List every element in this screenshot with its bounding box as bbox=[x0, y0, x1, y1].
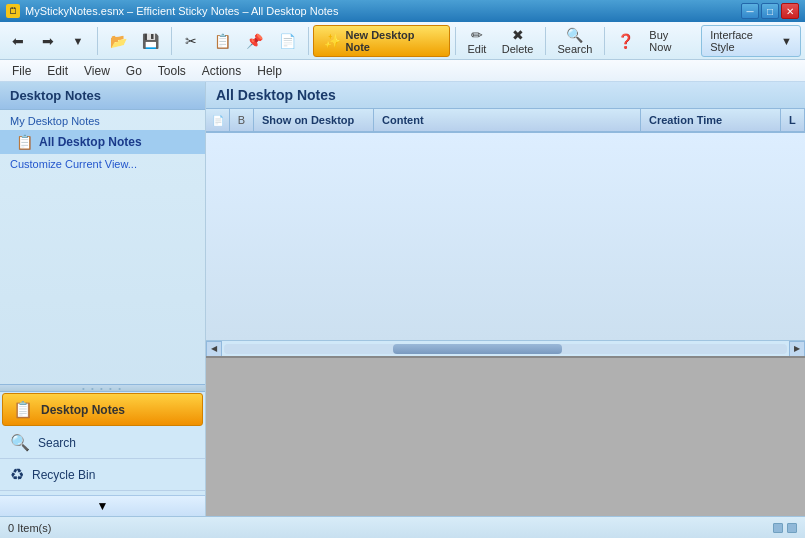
sidebar-title: Desktop Notes bbox=[0, 82, 205, 110]
separator-1 bbox=[97, 27, 98, 55]
all-notes-icon: 📋 bbox=[16, 134, 33, 150]
separator-5 bbox=[545, 27, 546, 55]
sidebar-resize-handle[interactable]: • • • • • bbox=[0, 384, 205, 392]
maximize-button[interactable]: □ bbox=[761, 3, 779, 19]
th-last-col[interactable]: L bbox=[781, 109, 805, 131]
th-content[interactable]: Content bbox=[374, 109, 641, 131]
open-icon: 📂 bbox=[110, 33, 127, 49]
interface-label: Interface Style bbox=[710, 29, 778, 53]
paste-button[interactable]: 📌 bbox=[239, 25, 270, 57]
th-creation-time[interactable]: Creation Time bbox=[641, 109, 781, 131]
forward-icon: ➡ bbox=[42, 33, 54, 49]
content-header: All Desktop Notes bbox=[206, 82, 805, 109]
copy-icon: 📋 bbox=[214, 33, 231, 49]
properties-icon: 📄 bbox=[279, 33, 296, 49]
new-note-icon: ✨ bbox=[324, 33, 341, 49]
sidebar-dropdown-button[interactable]: ▼ bbox=[0, 495, 205, 516]
table-container: 📄 B Show on Desktop Content Creation Tim… bbox=[206, 109, 805, 356]
menu-tools[interactable]: Tools bbox=[150, 62, 194, 80]
new-desktop-note-button[interactable]: ✨ New Desktop Note bbox=[313, 25, 449, 57]
buynow-button[interactable]: Buy Now bbox=[642, 25, 699, 57]
copy-button[interactable]: 📋 bbox=[207, 25, 238, 57]
delete-button[interactable]: ✖ Delete bbox=[495, 25, 540, 57]
title-bar: 🗒 MyStickyNotes.esnx – Efficient Sticky … bbox=[0, 0, 805, 22]
sidebar-nav-recycle[interactable]: ♻ Recycle Bin bbox=[0, 459, 205, 491]
new-desktop-note-label: New Desktop Note bbox=[345, 29, 438, 53]
hscroll-track[interactable] bbox=[224, 344, 787, 354]
main-container: Desktop Notes My Desktop Notes 📋 All Des… bbox=[0, 82, 805, 516]
back-icon: ⬅ bbox=[12, 33, 24, 49]
desktop-notes-nav-icon: 📋 bbox=[13, 400, 33, 419]
title-bar-left: 🗒 MyStickyNotes.esnx – Efficient Sticky … bbox=[6, 4, 338, 18]
interface-style-button[interactable]: Interface Style ▼ bbox=[701, 25, 801, 57]
interface-dropdown-icon: ▼ bbox=[781, 35, 792, 47]
status-indicator-1 bbox=[773, 523, 783, 533]
sidebar-all-notes-label: All Desktop Notes bbox=[39, 135, 142, 149]
forward-button[interactable]: ➡ bbox=[34, 25, 62, 57]
th-show-on-desktop[interactable]: Show on Desktop bbox=[254, 109, 374, 131]
separator-6 bbox=[604, 27, 605, 55]
sidebar-dropdown-arrow-icon: ▼ bbox=[97, 499, 109, 513]
search-label: Search bbox=[558, 43, 593, 55]
paste-icon: 📌 bbox=[246, 33, 263, 49]
sidebar-item-all-notes[interactable]: 📋 All Desktop Notes bbox=[0, 130, 205, 154]
table-body bbox=[206, 133, 805, 340]
sidebar: Desktop Notes My Desktop Notes 📋 All Des… bbox=[0, 82, 206, 516]
th-doc-icon: 📄 bbox=[206, 109, 230, 131]
table-header: 📄 B Show on Desktop Content Creation Tim… bbox=[206, 109, 805, 133]
delete-label: Delete bbox=[502, 43, 534, 55]
save-button[interactable]: 💾 bbox=[135, 25, 166, 57]
delete-icon: ✖ bbox=[512, 27, 524, 43]
search-nav-label: Search bbox=[38, 436, 76, 450]
recycle-nav-label: Recycle Bin bbox=[32, 468, 95, 482]
menu-actions[interactable]: Actions bbox=[194, 62, 249, 80]
app-icon: 🗒 bbox=[6, 4, 20, 18]
dropdown-button[interactable]: ▼ bbox=[64, 25, 92, 57]
hscroll-right-arrow[interactable]: ▶ bbox=[789, 341, 805, 357]
status-indicators bbox=[773, 523, 797, 533]
buynow-label: Buy Now bbox=[649, 29, 692, 53]
separator-4 bbox=[455, 27, 456, 55]
open-button[interactable]: 📂 bbox=[103, 25, 134, 57]
edit-button[interactable]: ✏ Edit bbox=[461, 25, 493, 57]
sidebar-nav-desktop-notes[interactable]: 📋 Desktop Notes bbox=[2, 393, 203, 426]
sidebar-my-notes[interactable]: My Desktop Notes bbox=[0, 110, 205, 130]
menu-edit[interactable]: Edit bbox=[39, 62, 76, 80]
menu-view[interactable]: View bbox=[76, 62, 118, 80]
edit-icon: ✏ bbox=[471, 27, 483, 43]
properties-button[interactable]: 📄 bbox=[272, 25, 303, 57]
horizontal-scrollbar[interactable]: ◀ ▶ bbox=[206, 340, 805, 356]
toolbar: ⬅ ➡ ▼ 📂 💾 ✂ 📋 📌 📄 ✨ New Desktop Note ✏ E… bbox=[0, 22, 805, 60]
status-indicator-2 bbox=[787, 523, 797, 533]
separator-2 bbox=[171, 27, 172, 55]
close-button[interactable]: ✕ bbox=[781, 3, 799, 19]
help-button[interactable]: ❓ bbox=[610, 25, 641, 57]
app-title: MyStickyNotes.esnx – Efficient Sticky No… bbox=[25, 5, 338, 17]
search-nav-icon: 🔍 bbox=[10, 433, 30, 452]
menu-file[interactable]: File bbox=[4, 62, 39, 80]
sidebar-customize[interactable]: Customize Current View... bbox=[0, 154, 205, 174]
recycle-nav-icon: ♻ bbox=[10, 465, 24, 484]
separator-3 bbox=[308, 27, 309, 55]
preview-area bbox=[206, 356, 805, 516]
hscroll-thumb[interactable] bbox=[393, 344, 562, 354]
sidebar-nav-section: 📋 Desktop Notes 🔍 Search ♻ Recycle Bin bbox=[0, 392, 205, 495]
search-icon: 🔍 bbox=[566, 27, 583, 43]
menu-help[interactable]: Help bbox=[249, 62, 290, 80]
help-icon: ❓ bbox=[617, 33, 634, 49]
back-button[interactable]: ⬅ bbox=[4, 25, 32, 57]
minimize-button[interactable]: ─ bbox=[741, 3, 759, 19]
search-button[interactable]: 🔍 Search bbox=[551, 25, 599, 57]
hscroll-left-arrow[interactable]: ◀ bbox=[206, 341, 222, 357]
menu-bar: File Edit View Go Tools Actions Help bbox=[0, 60, 805, 82]
title-controls: ─ □ ✕ bbox=[741, 3, 799, 19]
menu-go[interactable]: Go bbox=[118, 62, 150, 80]
edit-label: Edit bbox=[467, 43, 486, 55]
desktop-notes-nav-label: Desktop Notes bbox=[41, 403, 125, 417]
th-check-icon: B bbox=[230, 109, 254, 131]
sidebar-spacer bbox=[0, 174, 205, 384]
save-icon: 💾 bbox=[142, 33, 159, 49]
content-area: All Desktop Notes 📄 B Show on Desktop Co… bbox=[206, 82, 805, 516]
sidebar-nav-search[interactable]: 🔍 Search bbox=[0, 427, 205, 459]
cut-button[interactable]: ✂ bbox=[177, 25, 205, 57]
